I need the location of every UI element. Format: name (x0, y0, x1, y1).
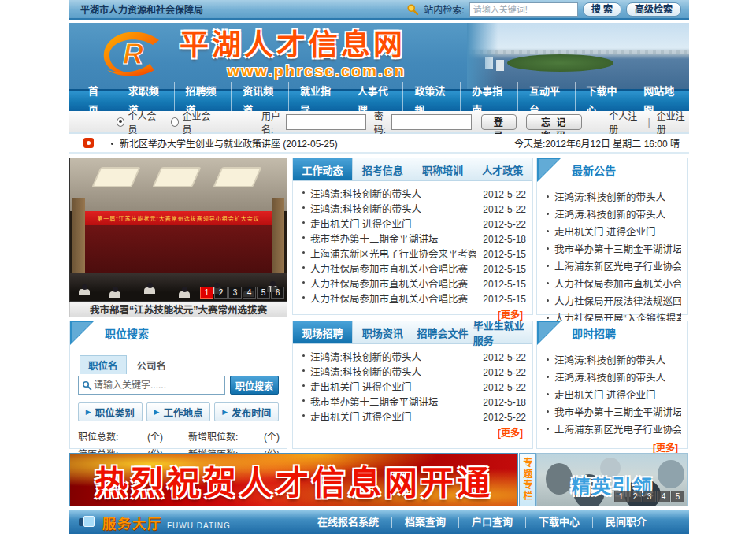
company-member-radio[interactable] (171, 117, 179, 127)
photo-carousel-panel: 第一届“江苏技能状元”大赛常州选拔赛领导小组会扩大会议 123456 我市部署“… (69, 158, 287, 317)
notice-item[interactable]: 上海浦东新区光电子行业协会来平考 (545, 258, 681, 276)
instant-recruit-item[interactable]: 上海浦东新区光电子行业协会来平考 (545, 421, 681, 439)
news-item[interactable]: 人力社保局参加市直机关小合唱比赛2012-5-15 (301, 291, 526, 306)
instant-recruit-item[interactable]: 我市举办第十三期金平湖讲坛 (545, 404, 681, 421)
personal-register-link[interactable]: 个人注册 (609, 109, 641, 135)
recruit-more-link[interactable]: [更多] (293, 424, 532, 439)
personal-member-radio[interactable] (117, 117, 124, 127)
carousel-number[interactable]: 5 (257, 287, 270, 299)
notice-item[interactable]: 我市举办第十三期金平湖讲坛 (545, 241, 681, 258)
carousel-number[interactable]: 1 (200, 287, 213, 299)
notice-item[interactable]: 人力社保局参加市直机关小合唱比赛 (545, 276, 681, 293)
special-column-strip[interactable]: 专题专栏 (519, 453, 536, 506)
photo-caption-link[interactable]: 我市部署“江苏技能状元”大赛常州选拔赛 (69, 302, 287, 317)
news-item[interactable]: 走出机关门 进得企业门2012-5-22 (301, 216, 526, 231)
triangle-arrow-icon: ▶ (154, 408, 160, 416)
site-logo-icon: R (99, 29, 169, 81)
login-button[interactable]: 登 录 (481, 114, 517, 130)
notice-item[interactable]: 汪鸿涛:科技创新的带头人 (545, 206, 681, 224)
celebration-banner[interactable]: 热烈祝贺人才信息网开通 (69, 453, 518, 506)
company-member-label: 企业会员 (182, 109, 214, 135)
carousel-number[interactable]: 2 (628, 491, 642, 502)
company-register-link[interactable]: 企业注册 (657, 109, 689, 135)
recruit-tab[interactable]: 职场资讯 (353, 321, 413, 343)
recruit-item[interactable]: 汪鸿涛:科技创新的带头人2012-5-22 (301, 349, 526, 364)
carousel-number[interactable]: 2 (214, 287, 228, 299)
service-link[interactable]: 档案查询 (392, 517, 459, 528)
service-link[interactable]: 户口查询 (459, 517, 526, 528)
special-column-label: 专题专栏 (521, 458, 534, 502)
keyword-input[interactable] (92, 379, 221, 391)
site-search-button[interactable]: 搜 索 (583, 2, 621, 17)
page-container: 平湖市人力资源和社会保障局 站内检索: 搜 索 高级检索 (69, 0, 689, 534)
job-filter-button[interactable]: ▶工作地点 (146, 402, 211, 421)
org-name: 平湖市人力资源和社会保障局 (69, 2, 406, 16)
register-divider: | (648, 117, 650, 128)
latest-notice-panel: 最新公告 汪鸿涛:科技创新的带头人汪鸿涛:科技创新的带头人走出机关门 进得企业门… (536, 158, 688, 315)
username-field[interactable] (286, 114, 366, 130)
carousel-number[interactable]: 4 (657, 491, 670, 502)
service-link[interactable]: 在线报名系统 (305, 517, 392, 528)
recruit-item[interactable]: 走出机关门 进得企业门2012-5-22 (301, 379, 526, 394)
ticker-news-link[interactable]: 新北区举办大学生创业与就业政策讲座 (2012-05-25) (111, 136, 338, 150)
service-hall-bar: 服务大厅 FUWU DATING 在线报名系统档案查询户口查询下载中心民间职介 (69, 510, 689, 534)
elite-banner[interactable]: 精英引领 12345 (536, 453, 688, 506)
news-item[interactable]: 人力社保局参加市直机关小合唱比赛2012-5-15 (301, 261, 526, 276)
conference-photo[interactable]: 第一届“江苏技能状元”大赛常州选拔赛领导小组会扩大会议 123456 (69, 158, 287, 302)
banner-text: 热烈祝贺人才信息网开通 (94, 456, 493, 504)
header-lake-photo (467, 23, 689, 89)
carousel-number[interactable]: 3 (228, 287, 242, 299)
recruit-item[interactable]: 我市举办第十三期金平湖讲坛2012-5-18 (301, 394, 526, 409)
ticker-red-square-icon (83, 138, 94, 148)
notice-item[interactable]: 走出机关门 进得企业门 (545, 224, 681, 241)
news-item[interactable]: 人力社保局参加市直机关小合唱比赛2012-5-15 (301, 276, 526, 291)
news-tab[interactable]: 工作动态 (293, 158, 353, 180)
advanced-search-button[interactable]: 高级检索 (626, 2, 681, 17)
password-field[interactable] (391, 114, 472, 130)
recruit-tab[interactable]: 毕业生就业服务 (473, 321, 532, 343)
carousel-number[interactable]: 1 (614, 491, 628, 502)
service-links: 在线报名系统档案查询户口查询下载中心民间职介 (305, 517, 659, 528)
password-label: 密码: (374, 109, 389, 135)
instant-recruit-title: 即时招聘 (572, 321, 616, 347)
service-link[interactable]: 民间职介 (593, 517, 659, 528)
carousel-number[interactable]: 3 (643, 491, 656, 502)
job-search-panel: 职位搜索 职位名公司名 职位搜索 ▶职位类别 (69, 321, 287, 449)
recruit-tab[interactable]: 现场招聘 (293, 321, 353, 343)
news-item[interactable]: 上海浦东新区光电子行业协会来平考察2012-5-15 (301, 246, 526, 261)
search-icon (406, 3, 419, 16)
news-item[interactable]: 我市举办第十三期金平湖讲坛2012-5-18 (301, 231, 526, 246)
instant-recruit-item[interactable]: 走出机关门 进得企业门 (545, 387, 681, 404)
service-link[interactable]: 下载中心 (526, 517, 593, 528)
notice-item[interactable]: 汪鸿涛:科技创新的带头人 (545, 189, 681, 206)
instant-recruit-more-link[interactable]: [更多] (537, 439, 687, 454)
forgot-password-button[interactable]: 忘 记 密 码 (526, 114, 582, 130)
carousel-number[interactable]: 4 (243, 287, 256, 299)
recruit-tab[interactable]: 招聘会文件 (413, 321, 473, 343)
news-tab[interactable]: 招考信息 (353, 158, 413, 180)
news-item[interactable]: 汪鸿涛:科技创新的带头人2012-5-22 (301, 186, 526, 201)
news-tab[interactable]: 职称培训 (413, 158, 473, 180)
instant-recruit-item[interactable]: 汪鸿涛:科技创新的带头人 (545, 352, 681, 369)
site-search-input[interactable] (469, 2, 578, 17)
job-search-tab[interactable]: 职位名 (80, 355, 127, 374)
instant-recruit-item[interactable]: 汪鸿涛:科技创新的带头人 (545, 369, 681, 387)
instant-recruit-list: 汪鸿涛:科技创新的带头人汪鸿涛:科技创新的带头人走出机关门 进得企业门我市举办第… (537, 347, 687, 439)
site-header: R 平湖人才信息网 www.phrcsc.com.cn (69, 23, 689, 89)
carousel-number[interactable]: 6 (271, 287, 284, 299)
news-item[interactable]: 汪鸿涛:科技创新的带头人2012-5-22 (301, 201, 526, 216)
job-filter-button[interactable]: ▶发布时间 (214, 402, 279, 421)
job-search-title: 职位搜索 (105, 321, 149, 347)
photo-banner-text: 第一届“江苏技能状元”大赛常州选拔赛领导小组会扩大会议 (97, 214, 260, 222)
recruit-item[interactable]: 汪鸿涛:科技创新的带头人2012-5-22 (301, 364, 526, 379)
carousel-number[interactable]: 5 (671, 491, 684, 502)
site-url: www.phrcsc.com.cn (180, 61, 406, 80)
recruit-tabs: 现场招聘职场资讯招聘会文件毕业生就业服务 (293, 321, 532, 344)
news-tab[interactable]: 人才政策 (473, 158, 532, 180)
job-filter-button[interactable]: ▶职位类别 (78, 402, 143, 421)
job-search-tab[interactable]: 公司名 (128, 355, 176, 374)
work-news-list: 汪鸿涛:科技创新的带头人2012-5-22汪鸿涛:科技创新的带头人2012-5-… (293, 181, 532, 306)
job-search-button[interactable]: 职位搜索 (230, 376, 279, 395)
recruit-item[interactable]: 走出机关门 进得企业门2012-5-22 (301, 409, 526, 424)
notice-item[interactable]: 人力社保局开展法律法规巡回培训 (545, 293, 681, 310)
